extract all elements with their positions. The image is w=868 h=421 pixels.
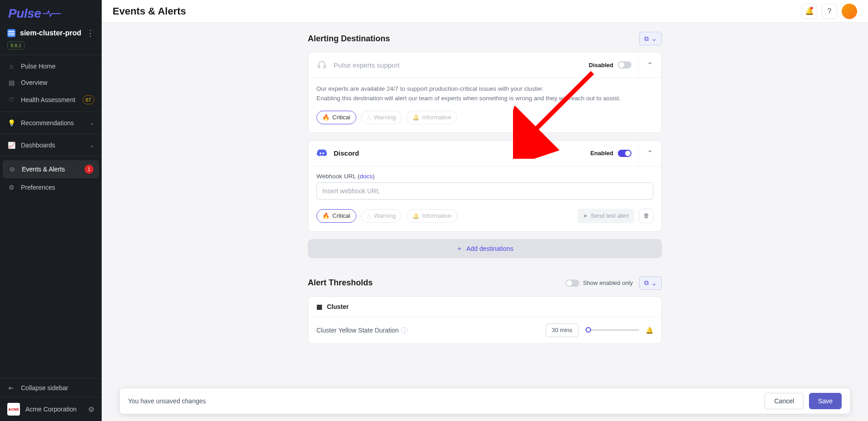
copy-icon: ⧉ bbox=[644, 279, 649, 287]
webhook-label: Webhook URL (docs) bbox=[316, 173, 653, 180]
bell-icon: 🔔 bbox=[412, 114, 419, 121]
alert-icon: ⊘ bbox=[8, 166, 16, 173]
info-icon[interactable]: i bbox=[401, 327, 408, 333]
help-button[interactable]: ? bbox=[822, 4, 837, 19]
svg-rect-0 bbox=[318, 65, 320, 68]
discord-status-label: Enabled bbox=[590, 150, 613, 157]
threshold-label: Cluster Yellow State Duration bbox=[316, 327, 399, 334]
send-icon: ➤ bbox=[583, 212, 588, 219]
support-status-label: Disabled bbox=[589, 62, 613, 69]
discord-collapse-button[interactable]: ⌃ bbox=[638, 141, 661, 166]
discord-icon bbox=[316, 148, 327, 159]
bell-icon: 🔔 bbox=[412, 212, 419, 219]
collapse-icon: ⇤ bbox=[7, 384, 15, 392]
cluster-thresholds-card: ▦ Cluster Cluster Yellow State Duration … bbox=[308, 296, 662, 344]
nav-health[interactable]: ♡ Health Assessment 67 bbox=[0, 91, 102, 109]
org-row: ACME Acme Corporation ⚙ bbox=[0, 397, 102, 421]
nav-overview[interactable]: ▤ Overview bbox=[0, 74, 102, 91]
show-enabled-only-label: Show enabled only bbox=[583, 279, 633, 286]
nav-preferences[interactable]: ⚙ Preferences bbox=[0, 179, 102, 196]
help-icon: ? bbox=[828, 7, 832, 15]
chip-informative[interactable]: 🔔 Informative bbox=[406, 209, 457, 223]
copy-thresholds-button[interactable]: ⧉ ⌄ bbox=[639, 276, 662, 290]
webhook-docs-link[interactable]: docs bbox=[360, 173, 373, 180]
unsaved-changes-bar: You have unsaved changes Cancel Save bbox=[120, 388, 850, 414]
slider-thumb[interactable] bbox=[586, 327, 591, 333]
copy-destinations-button[interactable]: ⧉ ⌄ bbox=[639, 32, 662, 45]
pulse-line-icon bbox=[43, 9, 61, 18]
bell-icon: 🔔 bbox=[805, 7, 814, 15]
support-toggle[interactable] bbox=[618, 61, 631, 69]
add-destinations-button[interactable]: ＋ Add destinations bbox=[308, 239, 662, 258]
nav-dashboards[interactable]: 📈 Dashboards ⌄ bbox=[0, 137, 102, 153]
discord-toggle[interactable] bbox=[618, 150, 631, 157]
cluster-name: siem-cluster-prod bbox=[20, 29, 82, 37]
chevron-down-icon: ⌄ bbox=[90, 120, 94, 126]
nav-events-alerts[interactable]: ⊘ Events & Alerts 1 bbox=[3, 160, 99, 178]
support-destination-card: Pulse experts support Disabled ⌃ Our exp… bbox=[308, 52, 662, 133]
health-badge: 67 bbox=[83, 95, 94, 104]
version-badge: 8.8.1 bbox=[7, 41, 25, 49]
svg-rect-1 bbox=[324, 65, 326, 68]
save-button[interactable]: Save bbox=[809, 393, 842, 409]
collapse-sidebar-button[interactable]: ⇤ Collapse sidebar bbox=[0, 378, 102, 397]
bell-icon[interactable]: 🔔 bbox=[646, 327, 653, 334]
cluster-icon bbox=[7, 29, 15, 37]
cancel-button[interactable]: Cancel bbox=[764, 393, 804, 409]
cluster-version: 8.8.1 bbox=[0, 41, 102, 55]
threshold-value-input[interactable]: 30 mins bbox=[546, 323, 578, 337]
destinations-title: Alerting Destinations bbox=[308, 34, 390, 44]
cluster-group-icon: ▦ bbox=[316, 303, 322, 310]
chevron-down-icon: ⌄ bbox=[651, 279, 657, 287]
nav-recommendations[interactable]: 💡 Recommendations ⌄ bbox=[0, 115, 102, 131]
topbar: Events & Alerts 🔔 ? bbox=[102, 0, 868, 23]
chip-warning[interactable]: △ Warning bbox=[361, 209, 402, 223]
overview-icon: ▤ bbox=[7, 79, 15, 86]
chevron-down-icon: ⌄ bbox=[90, 142, 94, 148]
threshold-slider[interactable] bbox=[585, 329, 639, 331]
cluster-menu-button[interactable]: ⋮ bbox=[86, 28, 94, 38]
support-body: Our experts are available 24/7 to suppor… bbox=[316, 84, 653, 103]
delete-destination-button[interactable]: 🗑 bbox=[639, 209, 653, 223]
support-collapse-button[interactable]: ⌃ bbox=[638, 52, 661, 78]
send-test-alert-button[interactable]: ➤ Send test alert bbox=[577, 209, 634, 223]
cluster-group-title: Cluster bbox=[327, 303, 349, 310]
main: Alerting Destinations ⧉ ⌄ Pulse experts … bbox=[102, 23, 868, 421]
flame-icon: 🔥 bbox=[322, 212, 330, 219]
chip-critical[interactable]: 🔥 Critical bbox=[316, 111, 356, 124]
sliders-icon: ⚙ bbox=[7, 184, 15, 191]
cluster-selector[interactable]: siem-cluster-prod ⋮ bbox=[0, 24, 102, 41]
thresholds-title: Alert Thresholds bbox=[308, 278, 373, 288]
sidebar: Pulse siem-cluster-prod ⋮ 8.8.1 ⌂ Pulse … bbox=[0, 0, 102, 421]
show-enabled-only-toggle[interactable] bbox=[566, 279, 579, 287]
heart-icon: ♡ bbox=[7, 96, 15, 103]
webhook-url-input[interactable] bbox=[316, 182, 653, 200]
notifications-button[interactable]: 🔔 bbox=[802, 4, 817, 19]
nav-home[interactable]: ⌂ Pulse Home bbox=[0, 58, 102, 74]
chip-informative[interactable]: 🔔 Informative bbox=[406, 111, 457, 124]
chart-icon: 📈 bbox=[7, 142, 15, 149]
warning-icon: △ bbox=[367, 114, 371, 121]
home-icon: ⌂ bbox=[7, 63, 15, 70]
chevron-up-icon: ⌃ bbox=[647, 61, 653, 69]
org-logo: ACME bbox=[7, 403, 20, 416]
bulb-icon: 💡 bbox=[7, 119, 15, 127]
headset-icon bbox=[316, 59, 327, 70]
events-badge: 1 bbox=[84, 165, 94, 174]
copy-icon: ⧉ bbox=[644, 35, 649, 43]
unsaved-message: You have unsaved changes bbox=[128, 397, 206, 405]
org-name: Acme Corporation bbox=[25, 406, 83, 413]
plus-icon: ＋ bbox=[456, 245, 463, 253]
support-title: Pulse experts support bbox=[334, 61, 399, 69]
warning-icon: △ bbox=[367, 212, 371, 219]
chevron-up-icon: ⌃ bbox=[647, 149, 653, 157]
logo: Pulse bbox=[0, 0, 102, 24]
discord-destination-card: Discord Enabled ⌃ Webhook URL (docs) bbox=[308, 140, 662, 232]
chevron-down-icon: ⌄ bbox=[651, 35, 657, 42]
chip-critical[interactable]: 🔥 Critical bbox=[316, 209, 356, 223]
page-title: Events & Alerts bbox=[113, 5, 186, 17]
chip-warning[interactable]: △ Warning bbox=[361, 111, 402, 124]
discord-title: Discord bbox=[334, 149, 359, 157]
avatar[interactable] bbox=[842, 4, 857, 19]
gear-icon[interactable]: ⚙ bbox=[88, 405, 94, 414]
